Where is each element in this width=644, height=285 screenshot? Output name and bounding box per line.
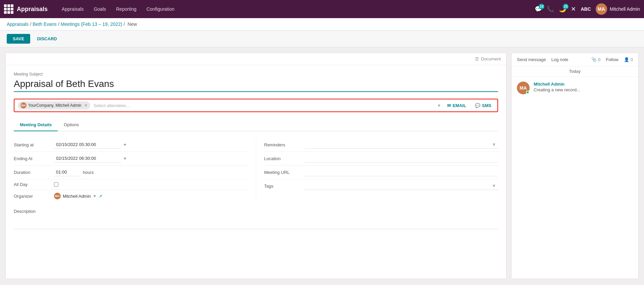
paperclip-icon: 📎 — [591, 57, 597, 62]
attendee-avatar: MA — [20, 102, 26, 108]
all-day-label: All Day — [14, 182, 54, 187]
sms-button[interactable]: 💬 SMS — [472, 103, 494, 108]
chatter-actions: Send message Log note 📎 0 Follow 👤 0 — [512, 53, 638, 66]
starting-at-row: Starting at ▼ — [14, 138, 248, 152]
form-body: Meeting Subject MA YourCompany, Mitchell… — [6, 65, 506, 237]
description-section: Description — [14, 209, 498, 230]
followers-icon: 👤 — [624, 57, 629, 62]
close-icon[interactable]: ✕ — [571, 5, 576, 13]
tags-value: ▼ — [305, 182, 498, 190]
meeting-details-fields: Starting at ▼ Ending At ▼ — [14, 138, 498, 202]
ending-at-label: Ending At — [14, 156, 54, 161]
send-message-button[interactable]: Send message — [517, 57, 546, 62]
attendees-row: MA YourCompany, Mitchell Admin ✕ Select … — [14, 99, 498, 112]
tags-row: Tags ▼ — [264, 179, 498, 193]
meeting-url-value — [305, 168, 498, 176]
moon-icon[interactable]: 🌙 25 — [559, 5, 566, 13]
attachment-count: 📎 0 — [591, 57, 600, 62]
location-value — [305, 154, 498, 162]
duration-unit: hours — [83, 170, 94, 175]
duration-input[interactable] — [54, 168, 81, 176]
menu-reporting[interactable]: Reporting — [112, 4, 141, 14]
chat-icon[interactable]: 💬 10 — [535, 5, 542, 13]
main-layout: ☰ Document Meeting Subject MA YourCompan… — [0, 47, 644, 284]
breadcrumb-appraisals[interactable]: Appraisals — [7, 21, 29, 27]
organizer-row: Organizer MA Mitchell Admin ▼ ↗ — [14, 190, 248, 202]
chat-badge: 10 — [539, 4, 544, 9]
document-label: ☰ Document — [475, 56, 501, 61]
ending-at-row: Ending At ▼ — [14, 152, 248, 165]
meeting-url-row: Meeting URL — [264, 165, 498, 179]
email-button[interactable]: ✉ EMAIL — [444, 103, 469, 108]
brand-name: Appraisals — [17, 6, 48, 13]
chatter-author-name: Mitchell Admin — [534, 82, 633, 87]
topnav-right-actions: 💬 10 📞 🌙 25 ✕ ABC MA Mitchell Admin — [535, 3, 640, 15]
avatar: MA — [596, 3, 607, 15]
chatter-today-divider: Today — [512, 66, 638, 77]
all-day-value — [54, 182, 248, 187]
organizer-label: Organizer — [14, 194, 54, 199]
breadcrumb-beth-evans[interactable]: Beth Evans — [33, 21, 57, 27]
breadcrumb-new: New — [127, 21, 137, 27]
all-day-checkbox[interactable] — [54, 182, 58, 187]
menu-appraisals[interactable]: Appraisals — [58, 4, 88, 14]
description-label: Description — [14, 209, 498, 214]
discard-button[interactable]: DISCARD — [34, 34, 60, 44]
starting-at-value: ▼ — [54, 141, 248, 149]
action-toolbar: SAVE DISCARD — [0, 31, 644, 47]
attendee-remove-icon[interactable]: ✕ — [84, 103, 88, 108]
user-menu[interactable]: MA Mitchell Admin — [596, 3, 640, 15]
starting-at-input[interactable] — [54, 141, 121, 149]
reminders-dropdown-arrow[interactable]: ▼ — [492, 142, 496, 147]
save-button[interactable]: SAVE — [7, 34, 30, 44]
online-indicator — [526, 91, 529, 94]
hamburger-icon: ☰ — [475, 56, 479, 61]
starting-at-label: Starting at — [14, 142, 54, 147]
reminders-label: Reminders — [264, 142, 305, 147]
meeting-subject-label: Meeting Subject — [14, 72, 498, 77]
ending-at-value: ▼ — [54, 154, 248, 162]
attendee-name: YourCompany, Mitchell Admin — [28, 103, 82, 108]
organizer-external-link[interactable]: ↗ — [99, 194, 102, 199]
main-menu: Appraisals Goals Reporting Configuration — [58, 4, 535, 14]
all-day-row: All Day — [14, 179, 248, 190]
followers-count: 👤 0 — [624, 57, 633, 62]
organizer-name: Mitchell Admin — [63, 194, 91, 199]
follow-button[interactable]: Follow — [606, 57, 619, 62]
description-input[interactable] — [14, 216, 498, 229]
reminders-row: Reminders ▼ — [264, 138, 498, 152]
apps-menu-icon[interactable] — [4, 4, 13, 14]
attendee-tag: MA YourCompany, Mitchell Admin ✕ — [18, 101, 90, 109]
abc-icon[interactable]: ABC — [581, 6, 591, 12]
organizer-dropdown[interactable]: ▼ — [93, 194, 97, 198]
attendees-select[interactable]: Select attendees... — [94, 103, 434, 108]
breadcrumb-meetings[interactable]: Meetings (Feb 13 – 19, 2022) — [61, 21, 122, 27]
phone-icon[interactable]: 📞 — [547, 5, 554, 13]
starting-at-dropdown[interactable]: ▼ — [123, 143, 127, 147]
moon-badge: 25 — [563, 4, 569, 9]
tab-meeting-details[interactable]: Meeting Details — [14, 119, 58, 131]
log-note-button[interactable]: Log note — [551, 57, 569, 62]
menu-goals[interactable]: Goals — [90, 4, 110, 14]
menu-configuration[interactable]: Configuration — [143, 4, 178, 14]
left-fields: Starting at ▼ Ending At ▼ — [14, 138, 256, 202]
tags-label: Tags — [264, 184, 305, 189]
attendees-dropdown-arrow[interactable]: ▼ — [437, 103, 441, 108]
breadcrumb: Appraisals / Beth Evans / Meetings (Feb … — [0, 18, 644, 31]
meeting-subject-input[interactable] — [14, 78, 498, 92]
chatter-message-body: Mitchell Admin Creating a new record... — [534, 82, 633, 94]
ending-at-input[interactable] — [54, 154, 121, 162]
chatter-message-text: Creating a new record... — [534, 87, 633, 92]
chatter-right: 📎 0 Follow 👤 0 — [591, 57, 633, 62]
meeting-url-label: Meeting URL — [264, 170, 305, 175]
location-label: Location — [264, 156, 305, 161]
chatter-message: MA Mitchell Admin Creating a new record.… — [512, 77, 638, 99]
reminders-value: ▼ — [305, 141, 498, 149]
tab-options[interactable]: Options — [58, 119, 85, 131]
tags-dropdown-arrow[interactable]: ▼ — [492, 183, 496, 188]
right-fields: Reminders ▼ Location — [256, 138, 498, 202]
form-tabs: Meeting Details Options — [14, 119, 498, 131]
chatter-author-avatar: MA — [517, 82, 530, 94]
sms-icon: 💬 — [475, 103, 480, 108]
ending-at-dropdown[interactable]: ▼ — [123, 156, 127, 160]
